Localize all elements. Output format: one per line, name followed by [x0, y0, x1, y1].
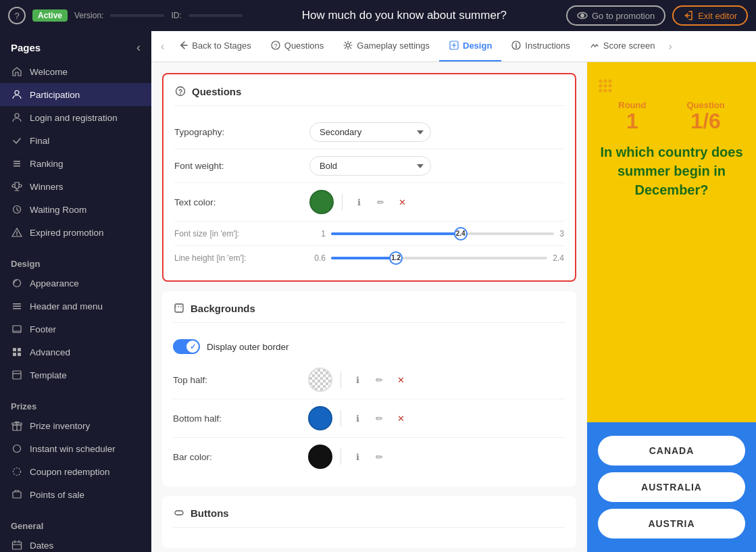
top-half-label: Top half:: [173, 375, 308, 385]
prizes-group-title: Prizes: [0, 395, 151, 414]
svg-point-42: [609, 89, 612, 93]
sidebar-item-participation[interactable]: Participation: [0, 83, 151, 106]
display-border-toggle[interactable]: ✓: [173, 339, 200, 354]
tab-instructions[interactable]: Instructions: [501, 31, 579, 62]
sidebar-item-final[interactable]: Final: [0, 129, 151, 152]
answer-australia[interactable]: AUSTRALIA: [598, 472, 745, 502]
tab-back-to-stages[interactable]: Back to Stages: [168, 31, 260, 62]
sidebar-item-prize-inventory[interactable]: Prize inventory: [0, 414, 151, 437]
sidebar-item-footer[interactable]: Footer: [0, 318, 151, 341]
answer-austria[interactable]: AUSTRIA: [598, 509, 745, 538]
bottom-half-delete-button[interactable]: ✕: [393, 410, 409, 426]
top-half-info-button[interactable]: ℹ: [349, 372, 366, 388]
questions-section-header: ? Questions: [174, 85, 564, 106]
sidebar-item-header-menu[interactable]: Header and menu: [0, 295, 151, 318]
preview-grid-icon-row: [598, 78, 613, 93]
bottom-half-row: Bottom half: ℹ ✏ ✕: [173, 399, 565, 438]
sidebar-item-label: Advanced: [30, 347, 70, 357]
tabs-next-arrow[interactable]: ›: [664, 41, 676, 53]
person-icon: [11, 111, 23, 124]
font-size-label: Font size [in 'em']:: [174, 228, 309, 239]
preview-meta: Round 1 Question 1/6: [618, 100, 725, 132]
line-height-label: Line height [in 'em']:: [174, 253, 309, 263]
typography-select[interactable]: Secondary: [309, 122, 431, 142]
tab-gameplay[interactable]: Gameplay settings: [333, 31, 439, 62]
font-weight-label: Font weight:: [174, 161, 309, 171]
question-value: 1/6: [686, 110, 724, 132]
sidebar-collapse-button[interactable]: ‹: [136, 41, 141, 55]
text-color-delete-button[interactable]: ✕: [394, 194, 410, 210]
round-value: 1: [618, 110, 646, 132]
check-icon: [11, 134, 23, 147]
sidebar-item-login[interactable]: Login and registration: [0, 106, 151, 129]
bottom-half-info-button[interactable]: ℹ: [349, 410, 366, 426]
warning-icon: [11, 226, 23, 239]
right-container: ‹ Back to Stages ? Questions Gameplay se…: [151, 31, 756, 552]
id-label: ID:: [171, 11, 181, 20]
menu-icon: [11, 300, 23, 312]
sidebar: Pages ‹ Welcome Participation Login and …: [0, 31, 151, 552]
svg-rect-9: [13, 303, 21, 305]
sidebar-item-welcome[interactable]: Welcome: [0, 60, 151, 83]
top-half-delete-button[interactable]: ✕: [393, 372, 409, 388]
sidebar-header: Pages ‹: [0, 31, 151, 60]
sidebar-item-waiting-room[interactable]: Waiting Room: [0, 198, 151, 221]
svg-point-41: [604, 89, 607, 93]
preview-top: Round 1 Question 1/6 In which country do…: [587, 62, 756, 422]
bottom-half-swatch[interactable]: [308, 406, 332, 430]
line-height-control: 0.6 1.2 2.4: [309, 253, 564, 263]
exit-editor-button[interactable]: Exit editor: [672, 5, 748, 26]
svg-point-38: [604, 84, 607, 88]
top-half-edit-button[interactable]: ✏: [371, 372, 387, 388]
bottom-half-edit-button[interactable]: ✏: [371, 410, 387, 426]
svg-point-27: [347, 44, 350, 47]
tab-score-screen[interactable]: Score screen: [580, 31, 665, 62]
line-height-min: 0.6: [309, 253, 326, 263]
bar-color-control: ℹ ✏: [308, 445, 565, 469]
sidebar-item-label: Footer: [30, 324, 56, 334]
pos-icon: [11, 488, 23, 501]
coupon-icon: [11, 466, 23, 478]
home-icon: [11, 66, 23, 78]
tab-questions[interactable]: ? Questions: [261, 31, 334, 62]
sidebar-item-ranking[interactable]: Ranking: [0, 152, 151, 175]
sidebar-item-instant-win[interactable]: Instant win scheduler: [0, 437, 151, 460]
content-area: ? Questions Typography: Secondary: [151, 62, 756, 552]
sidebar-item-label: Points of sale: [30, 490, 84, 500]
buttons-section-header: Buttons: [173, 507, 565, 528]
help-button[interactable]: ?: [8, 7, 26, 24]
sidebar-item-dates[interactable]: Dates: [0, 534, 151, 552]
sidebar-item-label: Instant win scheduler: [30, 444, 116, 454]
info-icon: [511, 40, 522, 51]
answer-canada[interactable]: CANADA: [598, 436, 745, 466]
svg-point-22: [14, 468, 21, 476]
score-icon: [589, 40, 600, 51]
line-height-slider-row: 0.6 1.2 2.4: [309, 253, 564, 263]
text-color-swatch[interactable]: [309, 190, 334, 214]
sidebar-item-label: Login and registration: [30, 113, 118, 123]
bar-color-info-button[interactable]: ℹ: [349, 449, 366, 465]
text-color-edit-button[interactable]: ✏: [372, 194, 388, 210]
active-badge: Active: [32, 9, 68, 22]
tab-design[interactable]: Design: [439, 31, 501, 62]
bar-color-swatch[interactable]: [308, 445, 332, 469]
bar-color-edit-button[interactable]: ✏: [371, 449, 387, 465]
display-border-label: Display outer border: [207, 342, 289, 352]
line-height-slider[interactable]: 1.2: [331, 257, 547, 259]
sidebar-item-label: Participation: [30, 90, 80, 100]
sidebar-item-winners[interactable]: Winners: [0, 175, 151, 198]
sidebar-item-appearance[interactable]: Appearance: [0, 272, 151, 295]
sidebar-item-expired[interactable]: Expired promotion: [0, 221, 151, 244]
top-half-swatch[interactable]: [308, 368, 332, 392]
sidebar-item-pos[interactable]: Points of sale: [0, 483, 151, 506]
go-to-promotion-button[interactable]: Go to promotion: [566, 5, 665, 26]
buttons-section-icon: [173, 507, 185, 519]
font-size-slider[interactable]: 2.4: [331, 232, 554, 235]
sidebar-item-template[interactable]: Template: [0, 363, 151, 386]
sidebar-item-advanced[interactable]: Advanced: [0, 341, 151, 363]
sidebar-item-coupon[interactable]: Coupon redemption: [0, 460, 151, 483]
backgrounds-section-icon: [173, 302, 185, 314]
font-weight-select[interactable]: Bold: [309, 156, 431, 176]
tabs-prev-arrow[interactable]: ‹: [157, 41, 168, 53]
text-color-info-button[interactable]: ℹ: [351, 194, 367, 210]
